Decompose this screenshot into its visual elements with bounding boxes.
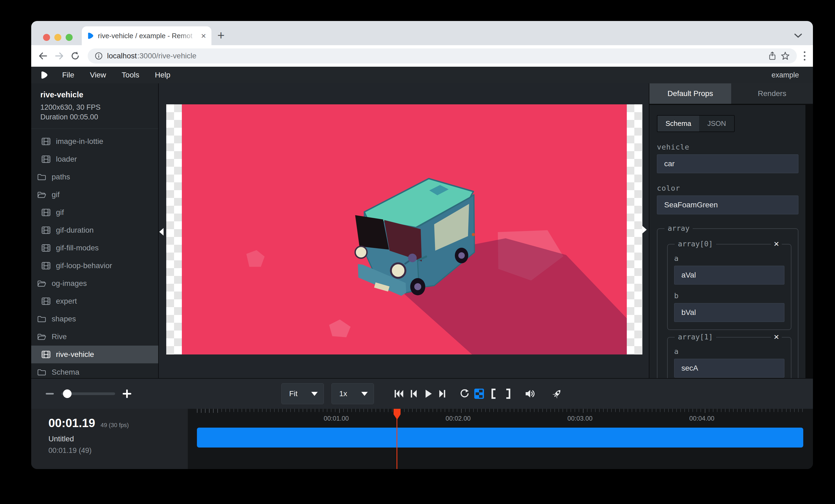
menu-view[interactable]: View	[82, 71, 114, 79]
array-item-0-legend: array[0]	[675, 239, 716, 248]
sidebar-item-gif-fill-modes[interactable]: gif-fill-modes	[31, 239, 158, 257]
collapse-sidebar-arrow-icon[interactable]	[159, 228, 164, 236]
ruler-tick	[485, 409, 486, 412]
browser-window: rive-vehicle / example - Remot × +	[31, 21, 813, 469]
menu-tools[interactable]: Tools	[114, 71, 147, 79]
new-tab-button[interactable]: +	[217, 28, 225, 42]
ruler-tick	[404, 409, 405, 412]
ruler-tick	[733, 409, 734, 412]
sidebar-item-label: shapes	[52, 315, 76, 323]
in-point-bracket-icon[interactable]	[486, 386, 501, 401]
ruler-tick	[538, 409, 538, 412]
right-panel: Default Props Renders Schema JSON vehicl…	[649, 83, 813, 378]
ruler-tick	[213, 409, 213, 413]
ruler-tick	[445, 409, 445, 412]
timeline-track-bar[interactable]	[197, 427, 803, 447]
color-input[interactable]: SeaFoamGreen	[657, 195, 798, 214]
sidebar-item-label: Schema	[52, 368, 79, 377]
sidebar-item-Rive[interactable]: Rive	[31, 328, 158, 345]
ruler-tick	[680, 409, 681, 412]
playhead-marker[interactable]	[393, 409, 401, 420]
chevron-down-icon	[361, 392, 368, 396]
ruler-tick	[750, 409, 750, 412]
ruler-tick	[217, 409, 218, 413]
ruler-tick	[339, 409, 340, 413]
volume-icon[interactable]	[523, 386, 537, 401]
play-button[interactable]	[421, 386, 435, 401]
ruler-tick	[526, 409, 526, 412]
sidebar-item-image-in-lottie[interactable]: image-in-lottie	[31, 132, 158, 150]
array-0-a-input[interactable]: aVal	[674, 266, 785, 285]
zoom-slider-thumb[interactable]	[63, 390, 72, 398]
sidebar-item-og-images[interactable]: og-images	[31, 275, 158, 292]
app-menu-bar: File View Tools Help example	[31, 67, 813, 83]
tab-close-icon[interactable]: ×	[201, 31, 206, 40]
ruler-label: 00:01.00	[324, 415, 349, 422]
ruler-tick	[607, 409, 608, 412]
back-button[interactable]	[38, 51, 48, 61]
remove-array-item-1-icon[interactable]: ×	[771, 332, 782, 342]
maximize-window-button[interactable]	[66, 34, 73, 41]
ruler-tick	[436, 409, 437, 412]
composition-canvas[interactable]	[166, 104, 643, 355]
zoom-slider[interactable]	[61, 392, 115, 395]
menu-help[interactable]: Help	[147, 71, 178, 79]
subtab-json[interactable]: JSON	[699, 115, 734, 131]
tab-default-props[interactable]: Default Props	[649, 83, 731, 104]
zoom-out-icon[interactable]	[46, 393, 54, 395]
address-bar[interactable]: localhost :3000/rive-vehicle	[88, 48, 797, 63]
sidebar-item-shapes[interactable]: shapes	[31, 310, 158, 328]
sidebar-item-rive-vehicle[interactable]: rive-vehicle	[31, 345, 158, 363]
reload-button[interactable]	[70, 51, 80, 61]
sidebar-item-label: gif-duration	[56, 226, 94, 234]
sidebar-item-Schema[interactable]: Schema	[31, 363, 158, 378]
collapse-panel-arrow-icon[interactable]	[643, 226, 647, 233]
sidebar-item-paths[interactable]: paths	[31, 168, 158, 186]
close-window-button[interactable]	[43, 34, 50, 41]
browser-tab[interactable]: rive-vehicle / example - Remot ×	[82, 26, 211, 45]
zoom-in-icon[interactable]	[123, 390, 131, 398]
loop-toggle-icon[interactable]	[457, 386, 472, 401]
array-0-b-input[interactable]: bVal	[674, 303, 785, 322]
forward-button[interactable]	[54, 51, 64, 61]
menu-file[interactable]: File	[54, 71, 82, 79]
sidebar-item-gif-loop-behavior[interactable]: gif-loop-behavior	[31, 257, 158, 275]
remove-array-item-0-icon[interactable]: ×	[771, 238, 782, 249]
remotion-logo-icon[interactable]	[40, 71, 48, 79]
bookmark-star-icon[interactable]	[781, 51, 790, 61]
ruler-tick	[664, 409, 665, 412]
share-icon[interactable]	[768, 51, 776, 61]
render-rocket-icon[interactable]	[550, 386, 564, 401]
sidebar-item-gif[interactable]: gif	[31, 186, 158, 204]
ruler-tick	[425, 409, 425, 412]
out-point-bracket-icon[interactable]	[501, 386, 515, 401]
browser-menu-kebab-icon[interactable]	[803, 51, 806, 61]
sidebar-item-gif[interactable]: gif	[31, 204, 158, 221]
timeline-track-area[interactable]: 00:01.0000:02.0000:03.0000:04.00	[188, 409, 813, 469]
canvas-size-dropdown[interactable]: Fit	[281, 383, 324, 404]
playback-speed-dropdown[interactable]: 1x	[331, 383, 374, 404]
ruler-tick	[725, 409, 726, 412]
subtab-schema[interactable]: Schema	[657, 115, 699, 131]
array-1-a-input[interactable]: secA	[674, 359, 785, 378]
ruler-tick	[632, 409, 632, 412]
vehicle-input[interactable]: car	[657, 154, 798, 173]
ruler-tick	[786, 409, 787, 412]
track-duration: 00:01.19 (49)	[48, 446, 188, 455]
minimize-window-button[interactable]	[54, 34, 61, 41]
skip-to-start-button[interactable]	[392, 386, 406, 401]
next-frame-button[interactable]	[435, 386, 450, 401]
ruler-tick	[741, 409, 742, 412]
tab-search-chevron-icon[interactable]	[794, 33, 802, 38]
previous-frame-button[interactable]	[406, 386, 421, 401]
sidebar-item-expert[interactable]: expert	[31, 292, 158, 310]
field-label-a: a	[674, 347, 785, 356]
sidebar-item-label: image-in-lottie	[56, 137, 103, 146]
transparency-checkerboard-toggle[interactable]	[472, 386, 486, 401]
tab-renders[interactable]: Renders	[731, 83, 813, 104]
sidebar-item-gif-duration[interactable]: gif-duration	[31, 221, 158, 239]
ruler-tick	[270, 409, 271, 412]
site-info-icon[interactable]	[95, 52, 103, 60]
sidebar-item-loader[interactable]: loader	[31, 150, 158, 168]
ruler-tick	[563, 409, 563, 412]
